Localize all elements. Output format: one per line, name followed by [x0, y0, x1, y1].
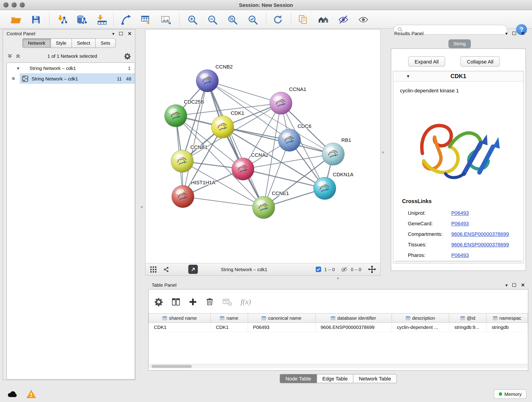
create-column-button[interactable] — [189, 298, 197, 306]
node-CCNE1[interactable] — [253, 196, 275, 219]
fit-content-button[interactable] — [368, 265, 376, 274]
gene-expand-triangle-icon[interactable]: ▼ — [406, 74, 410, 79]
expand-all-networks-button[interactable] — [15, 53, 21, 59]
crosslink-link[interactable]: P06493 — [451, 210, 469, 216]
crosslink-link[interactable]: P06493 — [451, 221, 469, 226]
table-options-button[interactable] — [154, 297, 163, 306]
tab-style[interactable]: Style — [51, 38, 72, 48]
edge-CCNB2-CCNE1[interactable] — [207, 81, 264, 207]
column-header-shared-name[interactable]: shared name — [149, 313, 210, 323]
collapse-all-button[interactable]: Collapse All — [461, 56, 500, 66]
horizontal-splitter-handle[interactable] — [337, 277, 339, 279]
table-cell[interactable]: cyclin-dependent ... — [392, 323, 449, 332]
panel-menu-icon[interactable]: ▾ — [505, 283, 508, 287]
network-row[interactable]: String Network – cdk1 11 48 — [7, 73, 135, 84]
panel-menu-icon[interactable]: ▾ — [112, 32, 114, 36]
export-image-button[interactable] — [158, 13, 173, 27]
panel-close-icon[interactable]: ✕ — [128, 31, 132, 36]
table-cell[interactable]: P06493 — [248, 323, 315, 332]
tab-string[interactable]: String — [448, 39, 471, 48]
crosslink-link[interactable]: 9606.ENSP00000378699 — [451, 231, 509, 237]
table-cell[interactable]: stringdb — [486, 323, 528, 332]
table-cell[interactable]: stringdb:9... — [449, 323, 486, 332]
collection-expand-triangle-icon[interactable]: ▼ — [16, 66, 20, 70]
network-overview-button[interactable] — [162, 266, 170, 273]
home-button[interactable] — [316, 13, 331, 27]
zoom-in-button[interactable] — [185, 13, 200, 27]
node-CCNA2[interactable] — [232, 158, 254, 180]
refresh-button[interactable] — [270, 13, 285, 27]
show-columns-button[interactable] — [171, 297, 181, 306]
zoom-fit-button[interactable] — [225, 13, 240, 27]
node-CCNA1[interactable] — [270, 92, 292, 114]
tab-network[interactable]: Network — [22, 38, 51, 48]
column-header-description[interactable]: description — [392, 313, 449, 323]
column-header--id[interactable]: @id — [449, 313, 486, 323]
table-row[interactable]: CDK1CDK1P064939606.ENSP00000378699cyclin… — [149, 323, 528, 332]
edge-HIST1H1A-CCNE1[interactable] — [183, 196, 264, 207]
save-session-button[interactable] — [28, 13, 43, 27]
expand-all-button[interactable]: Expand All — [408, 56, 445, 66]
cloud-status-button[interactable] — [5, 388, 20, 400]
tab-node-table[interactable]: Node Table — [280, 374, 317, 383]
node-CDKN1A[interactable] — [313, 177, 336, 200]
edge-CCNB2-HIST1H1A[interactable] — [183, 81, 207, 196]
birdseye-view-button[interactable] — [150, 266, 157, 273]
close-window-button[interactable] — [3, 2, 8, 7]
memory-button[interactable]: Memory — [494, 389, 527, 399]
zoom-selected-button[interactable] — [245, 13, 260, 27]
minimize-window-button[interactable] — [12, 2, 17, 7]
open-session-button[interactable] — [8, 13, 23, 27]
left-splitter-handle[interactable] — [141, 206, 143, 208]
panel-float-icon[interactable] — [512, 32, 516, 35]
collapse-all-networks-button[interactable] — [7, 53, 13, 59]
node-CDC25B[interactable] — [165, 104, 187, 127]
hide-selected-button[interactable] — [336, 13, 351, 27]
crosslink-link[interactable]: P06493 — [451, 252, 469, 258]
maximize-window-button[interactable] — [20, 2, 25, 7]
table-from-network-button[interactable] — [138, 13, 153, 27]
node-CCNB2[interactable] — [196, 70, 219, 92]
panel-close-icon[interactable]: ✕ — [521, 283, 525, 288]
panel-float-icon[interactable] — [119, 32, 123, 35]
tab-select[interactable]: Select — [72, 38, 96, 48]
table-cell[interactable]: CDK1 — [149, 323, 210, 332]
import-table-from-file-button[interactable] — [95, 13, 109, 27]
column-header-namespac[interactable]: namespac — [486, 313, 528, 323]
table-horizontal-scrollbar[interactable] — [149, 364, 528, 368]
node-CCNB1[interactable] — [171, 150, 193, 172]
tab-sets[interactable]: Sets — [95, 38, 115, 48]
tab-edge-table[interactable]: Edge Table — [317, 374, 354, 383]
right-splitter-handle[interactable] — [382, 151, 384, 153]
scrollbar-thumb[interactable] — [152, 365, 192, 368]
network-canvas[interactable]: CCNB2CCNA1CDC25BCDK1CDC6RB1CCNB1CCNA2CDK… — [146, 30, 380, 263]
results-horizontal-scrollbar[interactable] — [394, 261, 522, 262]
panel-close-icon[interactable]: ✕ — [521, 31, 525, 36]
zoom-out-button[interactable] — [205, 13, 220, 27]
column-header-canonical-name[interactable]: canonical name — [248, 313, 315, 323]
node-RB1[interactable] — [322, 143, 344, 165]
import-network-from-file-button[interactable] — [55, 13, 70, 27]
crosslink-link[interactable]: 9606.ENSP00000378699 — [451, 242, 509, 247]
edge-CDK1-RB1[interactable] — [222, 127, 333, 154]
delete-column-button[interactable] — [205, 297, 214, 306]
column-header-database-identifier[interactable]: database identifier — [315, 313, 392, 323]
show-all-button[interactable] — [356, 13, 371, 27]
table-cell[interactable]: 9606.ENSP00000378699 — [315, 323, 392, 332]
node-HIST1H1A[interactable] — [172, 185, 194, 208]
tab-network-table[interactable]: Network Table — [354, 374, 397, 383]
edge-CCNB2-CCNA1[interactable] — [207, 81, 281, 103]
delete-table-button[interactable] — [222, 297, 232, 306]
network-collection-row[interactable]: ▼ String Network – cdk1 1 — [7, 63, 135, 73]
network-graph[interactable]: CCNB2CCNA1CDC25BCDK1CDC6RB1CCNB1CCNA2CDK… — [146, 30, 380, 263]
node-CDC6[interactable] — [278, 129, 301, 152]
network-options-button[interactable] — [124, 52, 131, 60]
panel-float-icon[interactable] — [512, 283, 516, 287]
warnings-button[interactable] — [24, 388, 39, 400]
node-CDK1[interactable] — [211, 116, 234, 138]
column-header-name[interactable]: name — [210, 313, 248, 323]
network-from-selection-button[interactable] — [119, 13, 133, 27]
panel-menu-icon[interactable]: ▾ — [505, 31, 508, 35]
open-external-button[interactable] — [188, 265, 198, 274]
function-builder-button[interactable]: f(x) — [241, 297, 251, 306]
